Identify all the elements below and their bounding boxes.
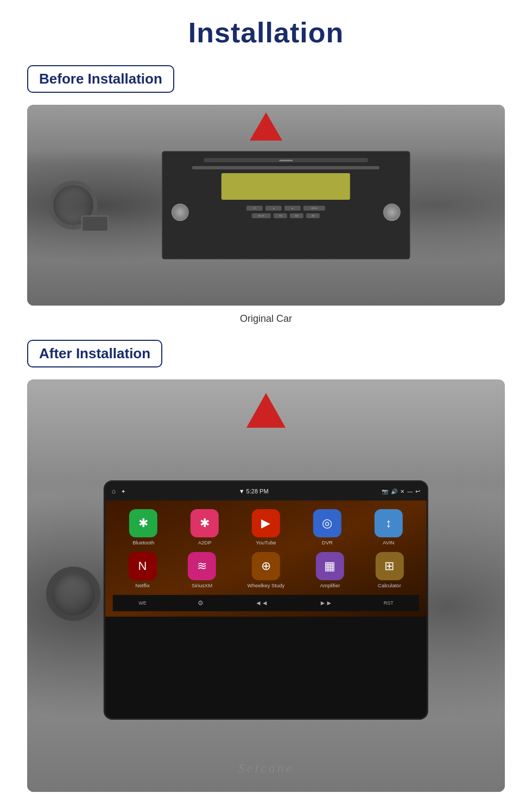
app-youtube[interactable]: ▶ YouTube — [252, 509, 280, 545]
after-badge: After Installation — [27, 340, 162, 367]
app-siriusxm[interactable]: ≋ SiriusXM — [188, 552, 216, 588]
amplifier-icon: ▦ — [316, 552, 344, 580]
a2dp-icon: ✱ — [191, 509, 219, 537]
wifi-icon: ✦ — [121, 489, 125, 494]
bottom-nav-bar: WE ⚙ ◄◄ ►► RST — [113, 595, 419, 611]
after-badge-text: After Installation — [39, 345, 150, 362]
close-icon[interactable]: ✕ — [400, 489, 404, 494]
app-calculator[interactable]: ⊞ Calculator — [375, 552, 403, 588]
nav-we: WE — [138, 600, 147, 606]
nav-rst[interactable]: RST — [384, 600, 394, 606]
volume-icon: 🔊 — [391, 489, 397, 494]
bluetooth-label: Bluetooth — [132, 540, 154, 545]
youtube-icon: ▶ — [252, 509, 280, 537]
steering-wheel-after — [46, 567, 100, 621]
status-time: ▼ 5:28 PM — [239, 488, 269, 494]
after-car-photo: ⌂ ✦ ▼ 5:28 PM 📷 🔊 ✕ — ↩ — [27, 379, 505, 792]
before-badge-text: Before Installation — [39, 71, 162, 87]
apps-row-1: ✱ Bluetooth ✱ A2DP ▶ YouTube ◎ DVR — [113, 509, 419, 545]
app-bluetooth[interactable]: ✱ Bluetooth — [129, 509, 157, 545]
warning-triangle-before — [250, 112, 282, 141]
calculator-icon: ⊞ — [375, 552, 403, 580]
left-knob — [172, 204, 189, 221]
page-title: Installation — [27, 16, 505, 49]
before-badge: Before Installation — [27, 65, 174, 93]
nav-settings[interactable]: ⚙ — [198, 599, 204, 607]
camera-icon: 📷 — [382, 489, 388, 494]
siriusxm-icon: ≋ — [188, 552, 216, 580]
app-dvr[interactable]: ◎ DVR — [313, 509, 341, 545]
minimize-icon[interactable]: — — [407, 489, 413, 494]
android-screen: ⌂ ✦ ▼ 5:28 PM 📷 🔊 ✕ — ↩ — [104, 480, 428, 720]
app-avin[interactable]: ↕ AVIN — [375, 509, 403, 545]
wheelkey-label: Wheelkey Study — [248, 582, 285, 588]
before-installation-section: Before Installation ■■■■■■■■ — [27, 65, 505, 325]
radio-display — [221, 173, 350, 200]
dvr-icon: ◎ — [313, 509, 341, 537]
original-radio-unit: ■■■■■■■■ CD ◄ ► MENU MUTE FM — [162, 151, 410, 259]
app-netflix[interactable]: N Netflix — [129, 552, 157, 588]
netflix-label: Netflix — [135, 582, 149, 588]
a2dp-label: A2DP — [198, 540, 212, 545]
right-knob — [383, 204, 400, 221]
after-installation-section: After Installation ⌂ ✦ ▼ 5:28 PM 📷 — [27, 340, 505, 792]
ignition-area — [81, 215, 109, 232]
app-amplifier[interactable]: ▦ Amplifier — [316, 552, 344, 588]
home-screen: ✱ Bluetooth ✱ A2DP ▶ YouTube ◎ DVR — [105, 500, 427, 617]
before-car-photo: ■■■■■■■■ CD ◄ ► MENU MUTE FM — [27, 105, 505, 306]
home-icon[interactable]: ⌂ — [112, 487, 116, 495]
app-wheelkey[interactable]: ⊕ Wheelkey Study — [248, 552, 285, 588]
netflix-icon: N — [129, 552, 157, 580]
bluetooth-icon: ✱ — [129, 509, 157, 537]
siriusxm-label: SiriusXM — [192, 582, 212, 588]
dvr-label: DVR — [322, 540, 333, 545]
seicane-brand: Seicane — [238, 761, 294, 776]
back-icon[interactable]: ↩ — [415, 488, 420, 495]
app-a2dp[interactable]: ✱ A2DP — [191, 509, 219, 545]
avin-label: AVIN — [383, 540, 394, 545]
avin-icon: ↕ — [375, 509, 403, 537]
status-bar: ⌂ ✦ ▼ 5:28 PM 📷 🔊 ✕ — ↩ — [105, 482, 427, 500]
apps-row-2: N Netflix ≋ SiriusXM ⊕ Wheelkey Study ▦ … — [113, 552, 419, 588]
wheelkey-icon: ⊕ — [252, 552, 280, 580]
warning-triangle-after — [246, 393, 286, 428]
amplifier-label: Amplifier — [320, 582, 340, 588]
original-car-caption: Original Car — [27, 313, 505, 325]
youtube-label: YouTube — [256, 540, 276, 545]
calculator-label: Calculator — [378, 582, 401, 588]
nav-vol-down[interactable]: ◄◄ — [255, 599, 268, 607]
nav-vol-up[interactable]: ►► — [319, 599, 332, 607]
